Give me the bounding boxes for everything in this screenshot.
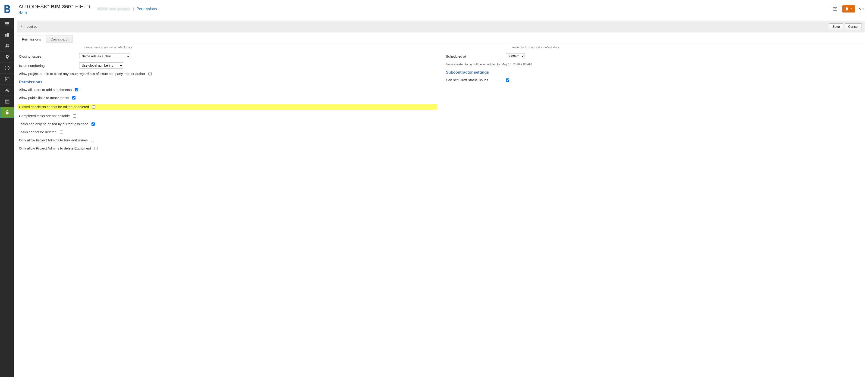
tm-mark: ™ [71, 4, 74, 7]
label-closing-issues: Closing issues [19, 55, 79, 58]
people-icon [5, 43, 10, 48]
label-perm-public-links: Allow public links to attachments [19, 96, 69, 100]
row-sub-draft: Can see Draft status issues [446, 78, 863, 82]
right-column: Leave blank to not set a default date Sc… [446, 45, 863, 155]
reg-mark: ® [48, 4, 50, 7]
section-subcontractor: Subcontractor settings [446, 70, 863, 75]
brand-title: AUTODESK® BIM 360™ FIELD [19, 4, 90, 10]
notifications-button[interactable]: 7 [842, 5, 855, 12]
required-bar: * = required Save Cancel [17, 21, 865, 32]
row-perm-bulk-edit: Only allow Project Admins to bulk edit i… [19, 138, 437, 142]
check-icon [5, 77, 10, 82]
note-tasks-schedule: Tasks created today will be scheduled fo… [446, 63, 863, 66]
label-issue-numbering: Issue numbering [19, 64, 79, 68]
row-perm-attachments: Allow all users to add attachments [19, 88, 437, 92]
notif-count: 7 [850, 7, 852, 11]
svg-text:11: 11 [6, 101, 8, 103]
checkbox-perm-bulk-edit[interactable] [91, 139, 94, 142]
brand-field: FIELD [75, 4, 90, 9]
select-scheduled-at[interactable]: 9:00am [506, 53, 525, 59]
checkbox-allow-admin-close[interactable] [149, 72, 152, 75]
checkbox-perm-delete-equipment[interactable] [94, 147, 97, 150]
header: AUTODESK® BIM 360™ FIELD Home ADSK test … [0, 0, 868, 18]
select-issue-numbering[interactable]: Use global numbering [79, 63, 123, 69]
hint-default-date-left: Leave blank to not set a default date [84, 45, 437, 49]
home-link[interactable]: Home [19, 11, 90, 14]
nav-checklist[interactable] [0, 74, 14, 85]
nav-issues[interactable] [0, 63, 14, 74]
select-closing-issues[interactable]: Same role as author [79, 53, 130, 59]
row-perm-completed-tasks: Completed tasks are not editable [19, 114, 437, 118]
content: * = required Save Cancel Permissions Das… [14, 18, 868, 377]
label-perm-attachments: Allow all users to add attachments [19, 88, 72, 92]
location-icon [5, 55, 10, 60]
row-perm-closed-checklists: Closed checklists cannot be edited or de… [18, 104, 437, 110]
tabs: Permissions Dashboard [17, 35, 865, 43]
mail-button[interactable] [830, 6, 840, 12]
section-permissions: Permissions [19, 80, 437, 84]
label-perm-tasks-no-delete: Tasks cannot be deleted [19, 130, 57, 134]
row-scheduled-at: Scheduled at 9:00am [446, 53, 863, 59]
row-allow-admin-close: Allow project admin to close any issue r… [19, 72, 437, 76]
list-icon [5, 21, 10, 26]
label-allow-admin-close: Allow project admin to close any issue r… [19, 72, 145, 76]
nav-calendar[interactable]: 11 [0, 96, 14, 107]
hint-default-date-right: Leave blank to not set a default date [510, 45, 863, 49]
checkbox-perm-tasks-assignee[interactable] [91, 123, 95, 126]
form-area: Leave blank to not set a default date Cl… [14, 43, 868, 161]
sidenav: 11 [0, 18, 14, 377]
row-closing-issues: Closing issues Same role as author [19, 53, 437, 59]
tab-permissions[interactable]: Permissions [17, 35, 46, 43]
mail-icon [833, 7, 837, 11]
lock-icon [5, 110, 10, 115]
checkbox-perm-closed-checklists[interactable] [92, 105, 95, 108]
required-label: = required [23, 25, 37, 29]
brand-bim: BIM 360 [51, 4, 71, 9]
nav-list[interactable] [0, 18, 14, 29]
breadcrumb: ADSK test project ⟩ Permissions [97, 6, 157, 11]
nav-admin[interactable] [0, 107, 14, 118]
checkbox-sub-draft[interactable] [506, 78, 509, 82]
brand-block: AUTODESK® BIM 360™ FIELD Home [14, 4, 90, 14]
label-perm-delete-equipment: Only allow Project Admins to delete Equi… [19, 146, 91, 150]
left-column: Leave blank to not set a default date Cl… [19, 45, 446, 155]
bell-icon [845, 7, 848, 11]
tab-dashboard[interactable]: Dashboard [46, 35, 72, 43]
row-perm-delete-equipment: Only allow Project Admins to delete Equi… [19, 146, 437, 150]
row-issue-numbering: Issue numbering Use global numbering [19, 63, 437, 69]
logo-b [0, 0, 14, 18]
calendar-icon: 11 [5, 99, 10, 104]
required-star: * [21, 25, 22, 29]
b-logo-icon [3, 4, 11, 14]
header-right: 7 MG [830, 5, 866, 12]
snowflake-icon [5, 88, 10, 93]
buildings-icon [5, 32, 10, 37]
label-perm-tasks-assignee: Tasks can only be edited by current assi… [19, 122, 88, 126]
chevron-right-icon: ⟩ [133, 6, 134, 11]
checkbox-perm-attachments[interactable] [75, 88, 78, 92]
cancel-button[interactable]: Cancel [845, 23, 862, 30]
save-button[interactable]: Save [829, 23, 843, 30]
nav-people[interactable] [0, 40, 14, 52]
breadcrumb-project[interactable]: ADSK test project [97, 7, 130, 11]
user-badge[interactable]: MG [857, 6, 866, 12]
checkbox-perm-tasks-no-delete[interactable] [60, 131, 63, 134]
checkbox-perm-public-links[interactable] [72, 96, 75, 100]
row-perm-public-links: Allow public links to attachments [19, 96, 437, 100]
label-sub-draft: Can see Draft status issues [446, 78, 506, 82]
label-perm-bulk-edit: Only allow Project Admins to bulk edit i… [19, 138, 88, 142]
nav-buildings[interactable] [0, 29, 14, 40]
row-perm-tasks-no-delete: Tasks cannot be deleted [19, 130, 437, 134]
label-scheduled-at: Scheduled at [446, 55, 506, 58]
label-perm-closed-checklists: Closed checklists cannot be edited or de… [19, 105, 89, 109]
nav-location[interactable] [0, 52, 14, 63]
label-perm-completed-tasks: Completed tasks are not editable [19, 114, 70, 118]
checkbox-perm-completed-tasks[interactable] [73, 114, 76, 117]
brand-autodesk: AUTODESK [19, 4, 48, 9]
row-perm-tasks-assignee: Tasks can only be edited by current assi… [19, 122, 437, 126]
nav-gear[interactable] [0, 85, 14, 96]
alert-circle-icon [5, 66, 10, 71]
breadcrumb-page[interactable]: Permissions [137, 7, 157, 11]
